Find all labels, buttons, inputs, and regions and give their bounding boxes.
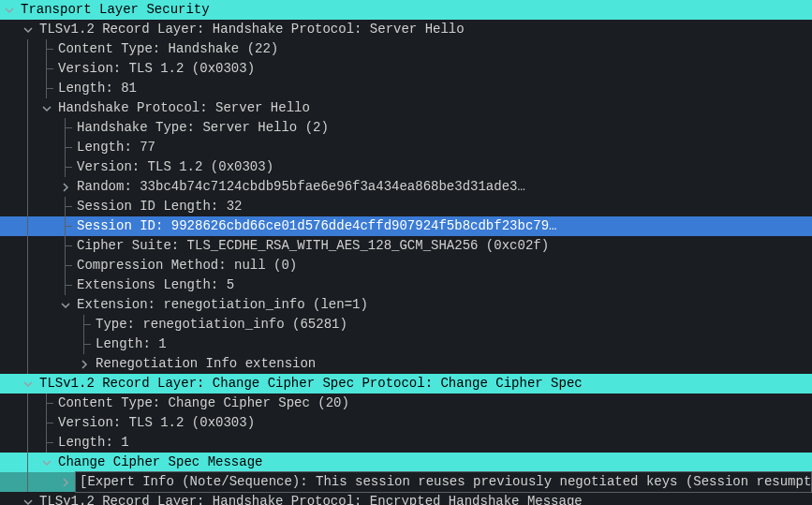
tree-node-label: TLSv1.2 Record Layer: Handshake Protocol…	[37, 20, 812, 39]
tree-row[interactable]: Handshake Protocol: Server Hello	[0, 98, 812, 118]
tree-node-label: Session ID Length: 32	[75, 197, 812, 216]
tree-row[interactable]: Session ID Length: 32	[0, 197, 812, 216]
tree-row[interactable]: Type: renegotiation_info (65281)	[0, 315, 812, 334]
chevron-right-icon[interactable]	[75, 360, 94, 369]
chevron-down-icon[interactable]	[19, 25, 37, 35]
packet-details-tree[interactable]: Transport Layer SecurityTLSv1.2 Record L…	[0, 0, 812, 505]
tree-node-label: [Expert Info (Note/Sequence): This sessi…	[75, 471, 812, 493]
tree-node-label: Cipher Suite: TLS_ECDHE_RSA_WITH_AES_128…	[75, 236, 812, 256]
tree-node-label: Version: TLS 1.2 (0x0303)	[75, 157, 812, 177]
tree-row[interactable]: Transport Layer Security	[0, 0, 812, 20]
tree-row[interactable]: Version: TLS 1.2 (0x0303)	[0, 59, 812, 79]
tree-row[interactable]: Length: 1	[0, 433, 812, 453]
tree-row[interactable]: Length: 77	[0, 138, 812, 157]
tree-row[interactable]: Session ID: 9928626cbd66ce01d576dde4cffd…	[0, 216, 812, 236]
tree-node-label: Random: 33bc4b74c7124cbdb95bfae6e96f3a43…	[75, 177, 812, 197]
tree-node-label: Type: renegotiation_info (65281)	[94, 315, 812, 334]
tree-node-label: Content Type: Handshake (22)	[56, 39, 812, 59]
tree-node-label: Extensions Length: 5	[75, 275, 812, 295]
tree-row[interactable]: [Expert Info (Note/Sequence): This sessi…	[0, 472, 812, 492]
tree-row[interactable]: Extensions Length: 5	[0, 275, 812, 295]
tree-node-label: Compression Method: null (0)	[75, 256, 812, 275]
tree-row[interactable]: Random: 33bc4b74c7124cbdb95bfae6e96f3a43…	[0, 177, 812, 197]
chevron-right-icon[interactable]	[56, 183, 75, 192]
tree-node-label: Extension: renegotiation_info (len=1)	[75, 295, 812, 315]
tree-row[interactable]: TLSv1.2 Record Layer: Handshake Protocol…	[0, 492, 812, 505]
tree-node-label: Change Cipher Spec Message	[56, 453, 812, 472]
tree-row[interactable]: Cipher Suite: TLS_ECDHE_RSA_WITH_AES_128…	[0, 236, 812, 256]
chevron-down-icon[interactable]	[37, 104, 56, 113]
tree-row[interactable]: TLSv1.2 Record Layer: Handshake Protocol…	[0, 20, 812, 39]
tree-row[interactable]: Length: 81	[0, 79, 812, 98]
chevron-down-icon[interactable]	[19, 498, 37, 506]
tree-node-label: Handshake Protocol: Server Hello	[56, 98, 812, 118]
tree-row[interactable]: Version: TLS 1.2 (0x0303)	[0, 413, 812, 433]
tree-row[interactable]: Content Type: Change Cipher Spec (20)	[0, 394, 812, 413]
tree-row[interactable]: Length: 1	[0, 334, 812, 354]
chevron-down-icon[interactable]	[56, 301, 75, 310]
tree-row[interactable]: Content Type: Handshake (22)	[0, 39, 812, 59]
tree-row[interactable]: Change Cipher Spec Message	[0, 453, 812, 472]
tree-node-label: TLSv1.2 Record Layer: Change Cipher Spec…	[37, 374, 812, 394]
tree-node-label: Length: 1	[56, 433, 812, 453]
tree-node-label: Content Type: Change Cipher Spec (20)	[56, 394, 812, 413]
tree-node-label: Session ID: 9928626cbd66ce01d576dde4cffd…	[75, 216, 812, 236]
chevron-down-icon[interactable]	[0, 6, 19, 15]
tree-node-label: Version: TLS 1.2 (0x0303)	[56, 59, 812, 79]
tree-node-label: Length: 77	[75, 138, 812, 157]
tree-node-label: Length: 81	[56, 79, 812, 98]
chevron-right-icon[interactable]	[56, 478, 75, 487]
tree-node-label: Handshake Type: Server Hello (2)	[75, 118, 812, 138]
tree-row[interactable]: Version: TLS 1.2 (0x0303)	[0, 157, 812, 177]
tree-row[interactable]: TLSv1.2 Record Layer: Change Cipher Spec…	[0, 374, 812, 394]
tree-node-label: Transport Layer Security	[19, 0, 812, 20]
tree-row[interactable]: Renegotiation Info extension	[0, 354, 812, 374]
tree-node-label: Renegotiation Info extension	[94, 354, 812, 374]
tree-row[interactable]: Handshake Type: Server Hello (2)	[0, 118, 812, 138]
chevron-down-icon[interactable]	[37, 458, 56, 468]
tree-node-label: Version: TLS 1.2 (0x0303)	[56, 413, 812, 433]
chevron-down-icon[interactable]	[19, 379, 37, 389]
tree-node-label: Length: 1	[94, 334, 812, 354]
tree-row[interactable]: Extension: renegotiation_info (len=1)	[0, 295, 812, 315]
tree-row[interactable]: Compression Method: null (0)	[0, 256, 812, 275]
tree-node-label: TLSv1.2 Record Layer: Handshake Protocol…	[37, 492, 812, 505]
